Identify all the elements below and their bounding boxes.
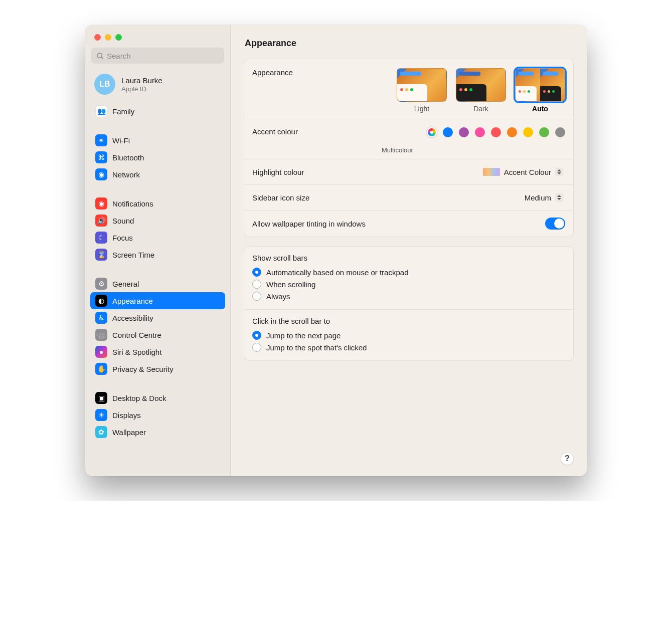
sidebar-item-label: Wallpaper <box>112 428 146 437</box>
sidebaricon-value: Medium <box>525 193 551 202</box>
tinting-label: Allow wallpaper tinting in windows <box>252 220 366 228</box>
appearance-option-dark[interactable]: Dark <box>456 68 506 113</box>
sidebar-item-label: Appearance <box>112 297 153 305</box>
main-pane: Appearance Appearance LightDarkAuto Acce… <box>231 25 587 476</box>
sidebar-item-label: Desktop & Dock <box>112 394 166 402</box>
sidebar-item-network[interactable]: ◉Network <box>90 166 225 183</box>
sidebar-item-notifications[interactable]: ◉Notifications <box>90 195 225 212</box>
sidebar-item-accessibility[interactable]: ♿︎Accessibility <box>90 309 225 326</box>
sidebar-item-privacy-security[interactable]: ✋Privacy & Security <box>90 360 225 377</box>
sidebar-item-bluetooth[interactable]: ⌘Bluetooth <box>90 149 225 166</box>
close-button[interactable] <box>94 34 101 41</box>
sidebar-item-label: Notifications <box>112 199 153 208</box>
scrollbars-option[interactable]: When scrolling <box>252 278 565 290</box>
radio-label: Jump to the spot that's clicked <box>266 343 367 352</box>
sidebar: Search LB Laura Burke Apple ID 👥Family✴︎… <box>85 25 231 476</box>
sidebar-item-wi-fi[interactable]: ✴︎Wi-Fi <box>90 132 225 149</box>
settings-window: Search LB Laura Burke Apple ID 👥Family✴︎… <box>85 25 587 476</box>
accent-row: Accent colour Multicolour <box>244 119 573 159</box>
radio-label: Automatically based on mouse or trackpad <box>266 268 408 277</box>
clickscroll-option[interactable]: Jump to the spot that's clicked <box>252 341 565 353</box>
scrollbars-heading: Show scroll bars <box>252 254 565 262</box>
wifi-icon: ✴︎ <box>95 134 107 146</box>
screentime-icon: ⌛ <box>95 249 107 261</box>
sidebar-item-label: Displays <box>112 411 141 419</box>
sidebar-item-screen-time[interactable]: ⌛Screen Time <box>90 246 225 263</box>
accent-orange[interactable] <box>507 127 517 137</box>
sidebar-item-wallpaper[interactable]: ✿Wallpaper <box>90 424 225 441</box>
chevron-updown-icon <box>555 193 563 202</box>
sidebar-item-control-centre[interactable]: ▤Control Centre <box>90 326 225 343</box>
accent-multicolour[interactable] <box>427 127 437 137</box>
search-input[interactable]: Search <box>91 48 224 64</box>
privacy-icon: ✋ <box>95 363 107 375</box>
window-controls <box>85 30 230 48</box>
radio-icon <box>252 331 261 340</box>
controlcentre-icon: ▤ <box>95 329 107 341</box>
network-icon: ◉ <box>95 168 107 180</box>
notifications-icon: ◉ <box>95 197 107 209</box>
scroll-card: Show scroll bars Automatically based on … <box>244 246 574 361</box>
sidebar-item-focus[interactable]: ☾Focus <box>90 229 225 246</box>
sidebar-item-label: Privacy & Security <box>112 365 174 373</box>
appearance-option-auto[interactable]: Auto <box>515 68 565 113</box>
accent-label: Accent colour <box>252 127 298 136</box>
sidebar-item-displays[interactable]: ☀Displays <box>90 406 225 424</box>
radio-icon <box>252 268 261 277</box>
maximize-button[interactable] <box>115 34 122 41</box>
scrollbars-section: Show scroll bars Automatically based on … <box>244 247 573 310</box>
page-title: Appearance <box>245 38 574 49</box>
accent-red[interactable] <box>491 127 501 137</box>
appearance-card: Appearance LightDarkAuto Accent colour M… <box>244 59 574 237</box>
highlight-popup[interactable]: Accent Colour <box>479 166 565 177</box>
sidebar-item-sound[interactable]: 🔊Sound <box>90 212 225 229</box>
general-icon: ⚙ <box>95 278 107 290</box>
appearance-row: Appearance LightDarkAuto <box>244 59 573 119</box>
sidebar-item-appearance[interactable]: ◐Appearance <box>90 292 225 309</box>
accent-pink[interactable] <box>475 127 485 137</box>
accent-green[interactable] <box>539 127 549 137</box>
scrollbars-option[interactable]: Always <box>252 290 565 302</box>
sidebar-item-label: Screen Time <box>112 251 154 259</box>
help-button[interactable]: ? <box>561 452 574 465</box>
appearance-thumb-auto <box>515 68 565 102</box>
accent-yellow[interactable] <box>523 127 533 137</box>
account-sub: Apple ID <box>121 85 162 93</box>
desktop-icon: ▣ <box>95 392 107 404</box>
tinting-toggle[interactable] <box>545 218 565 230</box>
accent-graphite[interactable] <box>555 127 565 137</box>
radio-label: Always <box>266 292 290 301</box>
sidebar-item-label: Accessibility <box>112 314 153 322</box>
appearance-option-light[interactable]: Light <box>397 68 447 113</box>
sidebaricon-popup[interactable]: Medium <box>521 192 565 203</box>
bluetooth-icon: ⌘ <box>95 151 107 163</box>
appearance-label: Appearance <box>252 68 293 77</box>
accent-purple[interactable] <box>459 127 469 137</box>
focus-icon: ☾ <box>95 232 107 244</box>
displays-icon: ☀ <box>95 409 107 421</box>
highlight-gradient-icon <box>483 168 500 176</box>
account-row[interactable]: LB Laura Burke Apple ID <box>85 69 230 101</box>
accent-caption: Multicolour <box>252 146 565 154</box>
highlight-label: Highlight colour <box>252 168 304 176</box>
sidebar-item-family[interactable]: 👥Family <box>90 103 225 120</box>
svg-line-1 <box>101 57 103 59</box>
sidebar-item-general[interactable]: ⚙General <box>90 275 225 292</box>
clickscroll-option[interactable]: Jump to the next page <box>252 329 565 341</box>
appearance-thumb-light <box>397 68 447 102</box>
sidebar-item-label: Wi-Fi <box>112 136 130 145</box>
sidebar-item-label: Bluetooth <box>112 153 144 162</box>
tinting-row: Allow wallpaper tinting in windows <box>244 211 573 237</box>
scrollbars-option[interactable]: Automatically based on mouse or trackpad <box>252 266 565 278</box>
appearance-caption: Dark <box>473 105 488 113</box>
wallpaper-icon: ✿ <box>95 426 107 438</box>
sidebar-item-label: Family <box>112 107 134 116</box>
sidebar-item-siri-spotlight[interactable]: ●Siri & Spotlight <box>90 343 225 360</box>
minimize-button[interactable] <box>105 34 111 41</box>
sidebar-item-desktop-dock[interactable]: ▣Desktop & Dock <box>90 389 225 406</box>
clickscroll-section: Click in the scroll bar to Jump to the n… <box>244 310 573 360</box>
highlight-row: Highlight colour Accent Colour <box>244 159 573 185</box>
appearance-icon: ◐ <box>95 295 107 307</box>
accent-blue[interactable] <box>443 127 453 137</box>
highlight-value: Accent Colour <box>504 168 551 176</box>
